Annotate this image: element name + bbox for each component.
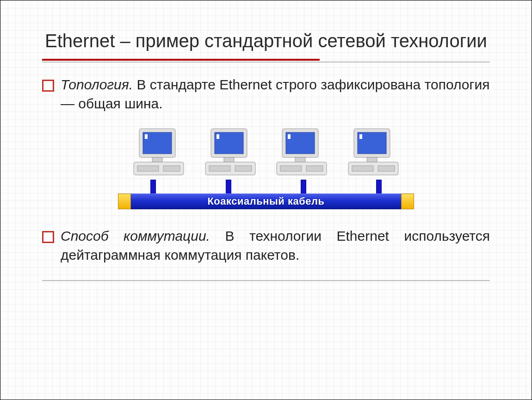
footer-rule (42, 280, 490, 281)
drop-cable (301, 180, 306, 194)
svg-rect-9 (217, 134, 219, 139)
bullet-marker (42, 231, 54, 243)
computer-icon (131, 124, 186, 180)
svg-rect-27 (378, 166, 395, 171)
computer-icon (203, 124, 258, 180)
drop-cable (376, 180, 382, 194)
red-rule (42, 59, 320, 61)
grey-rule (42, 62, 490, 62)
svg-rect-20 (306, 166, 323, 171)
svg-rect-17 (295, 157, 305, 162)
bullet-1-lead: Топология. (61, 77, 133, 92)
bus-topology-diagram: Коаксиальный кабель (118, 124, 414, 209)
slide-title: Ethernet – пример стандартной сетевой те… (42, 29, 490, 52)
slide-content: Ethernet – пример стандартной сетевой те… (0, 0, 532, 300)
svg-rect-5 (137, 166, 159, 171)
bus-terminator (118, 194, 131, 209)
computer-icon (346, 124, 401, 180)
svg-rect-16 (288, 134, 291, 139)
bus-cable: Коаксиальный кабель (131, 194, 401, 209)
svg-rect-2 (145, 134, 148, 139)
bullet-1-text: Топология. В стандарте Ethernet строго з… (61, 75, 490, 113)
drop-cable (150, 180, 156, 194)
svg-rect-23 (359, 134, 362, 139)
bus-row: Коаксиальный кабель (118, 194, 414, 209)
svg-rect-10 (224, 157, 234, 162)
svg-rect-26 (352, 166, 373, 171)
bullet-2-lead: Способ коммутации. (61, 228, 210, 244)
slide: Ethernet – пример стандартной сетевой те… (0, 0, 532, 400)
drop-cables (118, 180, 414, 194)
bus-terminator (401, 194, 414, 209)
bullet-marker (42, 80, 54, 92)
bullet-1: Топология. В стандарте Ethernet строго з… (42, 75, 490, 113)
drop-cable (226, 180, 231, 194)
computers-row (118, 124, 414, 180)
bullet-2: Способ коммутации. В технологии Ethernet… (42, 227, 490, 264)
computer-icon (274, 124, 329, 180)
bus-label: Коаксиальный кабель (207, 195, 324, 207)
svg-rect-19 (280, 166, 302, 171)
svg-rect-24 (367, 157, 377, 162)
svg-rect-3 (152, 157, 162, 162)
svg-rect-6 (163, 166, 180, 171)
svg-rect-12 (209, 166, 230, 171)
bullet-2-text: Способ коммутации. В технологии Ethernet… (61, 227, 490, 264)
svg-rect-13 (235, 166, 252, 171)
title-underline (42, 59, 490, 62)
